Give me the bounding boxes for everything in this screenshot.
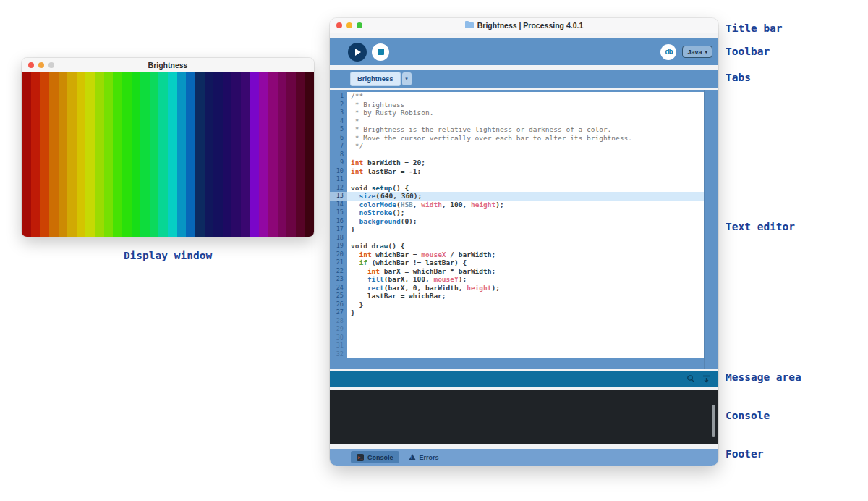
color-bar <box>95 72 104 237</box>
terminal-icon: >_ <box>357 454 364 461</box>
line-number: 14 <box>330 201 347 209</box>
color-bar <box>259 72 268 237</box>
color-bar <box>158 72 168 237</box>
color-bar <box>205 72 214 237</box>
color-bar <box>40 72 49 237</box>
color-bar <box>305 72 314 237</box>
code-line: } <box>347 300 704 309</box>
editor-code-area[interactable]: /** * Brightness * by Rusty Robison. * *… <box>347 92 704 358</box>
code-line <box>347 234 704 243</box>
tab-bar: Brightness ▾ <box>330 70 718 88</box>
code-line <box>347 350 704 359</box>
code-line: noStroke(); <box>347 209 704 217</box>
page: Brightness Display window Brightness | P… <box>0 0 868 501</box>
line-number: 20 <box>330 250 347 259</box>
line-number: 27 <box>330 308 347 317</box>
line-number: 12 <box>330 184 347 193</box>
mode-selector[interactable]: Java ▾ <box>682 46 712 58</box>
code-line: * Move the cursor vertically over each b… <box>347 134 704 143</box>
annotation-toolbar: Toolbar <box>726 46 770 57</box>
editor-scrollbar[interactable] <box>704 90 718 369</box>
debug-butterfly-icon: db <box>665 48 672 56</box>
annotation-message-area: Message area <box>726 371 801 383</box>
run-button[interactable] <box>348 43 367 62</box>
console-scrollbar[interactable] <box>712 405 715 437</box>
console-tab-button[interactable]: >_ Console <box>351 451 399 463</box>
ide-window-title-text: Brightness | Processing 4.0.1 <box>477 21 584 30</box>
ide-titlebar[interactable]: Brightness | Processing 4.0.1 <box>330 18 718 33</box>
annotation-footer: Footer <box>726 448 763 460</box>
code-line: */ <box>347 142 704 151</box>
console-collapse-icon[interactable] <box>702 374 711 384</box>
code-line: fill(barX, 100, mouseY); <box>347 275 704 284</box>
debug-button[interactable]: db <box>660 44 676 60</box>
color-bar <box>241 72 250 237</box>
line-number: 23 <box>330 275 347 284</box>
console-panel[interactable] <box>330 390 718 444</box>
line-number: 25 <box>330 292 347 300</box>
line-number: 21 <box>330 258 347 267</box>
line-number: 22 <box>330 267 347 276</box>
color-bar <box>195 72 205 237</box>
code-line: * Brightness is the relative lightness o… <box>347 125 704 134</box>
code-line: background(0); <box>347 217 704 226</box>
line-number: 13 <box>330 192 347 201</box>
code-line <box>347 334 704 342</box>
code-line: void setup() { <box>347 184 704 193</box>
color-bar <box>177 72 187 237</box>
line-number: 15 <box>330 209 347 217</box>
line-number: 9 <box>330 159 347 167</box>
errors-tab-label: Errors <box>420 454 439 461</box>
color-bar <box>250 72 260 237</box>
sketch-canvas[interactable] <box>22 72 314 237</box>
line-number: 30 <box>330 334 347 342</box>
color-bar <box>140 72 150 237</box>
code-line <box>347 342 704 350</box>
display-window-titlebar[interactable]: Brightness <box>22 58 314 72</box>
color-bar <box>150 72 159 237</box>
tab-label: Brightness <box>357 75 393 83</box>
line-number: 17 <box>330 225 347 234</box>
line-number: 1 <box>330 92 347 101</box>
color-bar <box>49 72 59 237</box>
stop-icon <box>378 49 384 55</box>
line-number: 11 <box>330 175 347 184</box>
chevron-down-icon: ▾ <box>705 49 707 55</box>
errors-tab-button[interactable]: Errors <box>409 454 439 461</box>
text-editor[interactable]: 1234567891011121314151617181920212223242… <box>330 90 718 369</box>
code-line: * <box>347 117 704 126</box>
code-line <box>347 317 704 326</box>
color-bar <box>77 72 86 237</box>
message-area <box>330 371 718 387</box>
color-bar <box>85 72 95 237</box>
code-line: int whichBar = mouseX / barWidth; <box>347 250 704 259</box>
code-line: if (whichBar != lastBar) { <box>347 258 704 267</box>
color-bar <box>186 72 195 237</box>
code-line: } <box>347 225 704 234</box>
tab-brightness[interactable]: Brightness <box>350 72 401 86</box>
color-bar <box>296 72 305 237</box>
line-number: 4 <box>330 117 347 126</box>
line-number: 3 <box>330 109 347 117</box>
line-number: 24 <box>330 284 347 292</box>
code-line: * by Rusty Robison. <box>347 109 704 117</box>
console-tab-label: Console <box>367 454 393 461</box>
color-bar <box>231 72 241 237</box>
search-icon[interactable] <box>686 374 696 384</box>
annotation-text-editor: Text editor <box>726 221 795 232</box>
line-number: 8 <box>330 151 347 159</box>
annotation-title-bar: Title bar <box>726 22 783 34</box>
folder-icon <box>465 22 474 28</box>
color-bar <box>278 72 287 237</box>
line-number: 29 <box>330 325 347 334</box>
editor-gutter: 1234567891011121314151617181920212223242… <box>330 92 347 358</box>
tab-menu-button[interactable]: ▾ <box>402 72 412 85</box>
code-line: void draw() { <box>347 242 704 250</box>
color-bar <box>213 72 223 237</box>
line-number: 32 <box>330 350 347 359</box>
warning-icon <box>409 454 416 460</box>
color-bar <box>59 72 68 237</box>
line-number: 6 <box>330 134 347 143</box>
code-line: rect(barX, 0, barWidth, height); <box>347 284 704 292</box>
stop-button[interactable] <box>372 43 389 61</box>
